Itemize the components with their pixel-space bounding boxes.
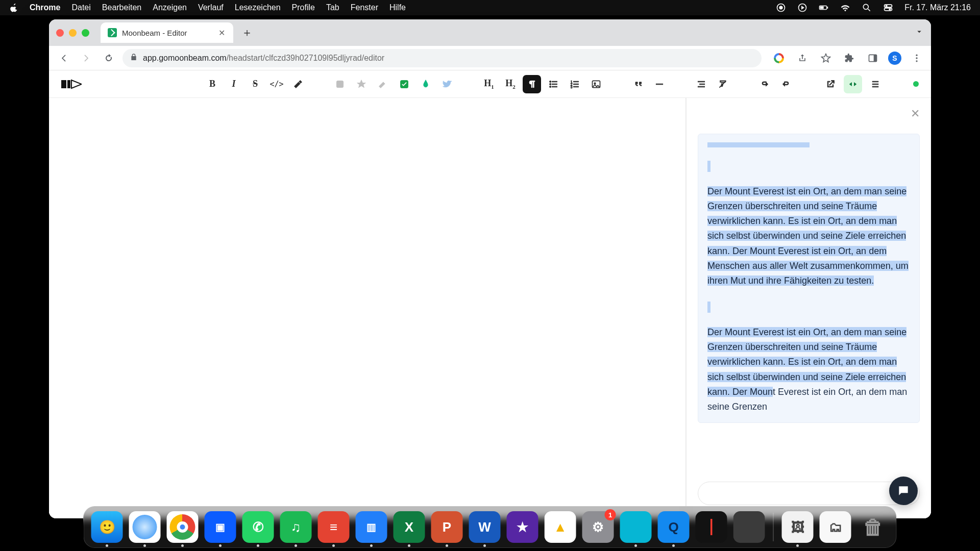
- apple-logo-icon[interactable]: [9, 3, 18, 12]
- open-external-button[interactable]: [821, 75, 840, 93]
- ai-action-3-button[interactable]: [374, 75, 392, 93]
- bookmark-star-icon[interactable]: [818, 50, 834, 66]
- back-button[interactable]: [55, 49, 72, 67]
- chat-input[interactable]: [707, 489, 899, 498]
- control-center-icon[interactable]: [883, 3, 893, 13]
- browser-toolbar: app.gomoonbeam.com/headstart/clfczd39h02…: [49, 46, 931, 70]
- window-maximize-button[interactable]: [82, 29, 89, 37]
- ai-write-button[interactable]: [395, 75, 413, 93]
- selected-empty-line: [707, 161, 910, 171]
- document-canvas[interactable]: [49, 98, 686, 518]
- dock-stack[interactable]: 🗂: [820, 511, 851, 543]
- share-icon[interactable]: [794, 50, 811, 66]
- chrome-menu-button[interactable]: [909, 50, 925, 66]
- redo-button[interactable]: [777, 75, 795, 93]
- chat-composer[interactable]: [698, 482, 920, 505]
- new-tab-button[interactable]: ＋: [239, 25, 255, 40]
- dock-trello[interactable]: ▥: [356, 511, 387, 543]
- profile-avatar[interactable]: S: [888, 52, 901, 65]
- ai-side-panel: ✕ Der Mount Everest ist ein Ort, an dem …: [686, 98, 931, 518]
- menu-datei[interactable]: Datei: [71, 3, 90, 12]
- divider-button[interactable]: [650, 75, 669, 93]
- svg-rect-21: [552, 81, 557, 82]
- panel-close-button[interactable]: ✕: [911, 107, 920, 120]
- window-minimize-button[interactable]: [69, 29, 77, 37]
- dock-chrome[interactable]: [167, 511, 199, 543]
- svg-point-22: [550, 83, 551, 85]
- battery-icon[interactable]: [819, 3, 829, 13]
- dock-excel[interactable]: X: [394, 511, 425, 543]
- align-button[interactable]: [692, 75, 710, 93]
- highlight-button[interactable]: [289, 75, 307, 93]
- h1-button[interactable]: H1: [480, 75, 498, 93]
- reload-button[interactable]: [100, 49, 117, 67]
- menu-lesezeichen[interactable]: Lesezeichen: [235, 3, 281, 12]
- dock-zoom[interactable]: ▣: [205, 511, 236, 543]
- dock-todoist[interactable]: ≡: [318, 511, 350, 543]
- menu-bearbeiten[interactable]: Bearbeiten: [102, 3, 141, 12]
- image-button[interactable]: [587, 75, 605, 93]
- panel-scroll-area[interactable]: Der Mount Everest ist ein Ort, an dem ma…: [687, 98, 931, 477]
- quote-button[interactable]: [629, 75, 647, 93]
- window-close-button[interactable]: [56, 29, 64, 37]
- playback-icon[interactable]: [797, 3, 807, 13]
- menu-profile[interactable]: Profile: [292, 3, 315, 12]
- outline-button[interactable]: [866, 75, 885, 93]
- dock-google-drive[interactable]: ▲: [545, 511, 576, 543]
- dock-finder[interactable]: 🙂: [91, 511, 123, 543]
- menu-fenster[interactable]: Fenster: [351, 3, 378, 12]
- menu-anzeigen[interactable]: Anzeigen: [153, 3, 187, 12]
- tabs-dropdown-button[interactable]: [915, 27, 924, 38]
- dock-system-settings[interactable]: ⚙1: [582, 511, 614, 543]
- dock-whatsapp[interactable]: ✆: [242, 511, 274, 543]
- search-icon[interactable]: [862, 3, 872, 13]
- bullet-list-button[interactable]: [544, 75, 562, 93]
- app-logo-icon[interactable]: [61, 77, 82, 91]
- tab-strip: Moonbeam - Editor ✕ ＋: [49, 19, 931, 46]
- strikethrough-button[interactable]: S: [246, 75, 264, 93]
- screenrecord-icon[interactable]: [776, 3, 786, 13]
- ai-output-card[interactable]: Der Mount Everest ist ein Ort, an dem ma…: [698, 134, 920, 423]
- tab-favicon-icon: [108, 28, 117, 37]
- embed-button[interactable]: [844, 75, 862, 93]
- dock-app-teal[interactable]: [620, 511, 652, 543]
- dock-spotify[interactable]: ♫: [280, 511, 312, 543]
- active-app-name[interactable]: Chrome: [30, 3, 60, 12]
- dock-app-blank[interactable]: [733, 511, 765, 543]
- google-logo-icon[interactable]: [771, 50, 787, 66]
- ai-tweet-button[interactable]: [438, 75, 456, 93]
- bold-button[interactable]: B: [203, 75, 222, 93]
- dock-safari[interactable]: [129, 511, 161, 543]
- menu-hilfe[interactable]: Hilfe: [389, 3, 406, 12]
- forward-button[interactable]: [78, 49, 95, 67]
- sidepanel-toggle-icon[interactable]: [865, 50, 881, 66]
- italic-button[interactable]: I: [225, 75, 243, 93]
- numbered-list-button[interactable]: 123: [566, 75, 584, 93]
- intercom-chat-button[interactable]: [889, 477, 918, 505]
- menubar-clock[interactable]: Fr. 17. März 21:16: [904, 3, 971, 12]
- macos-menubar: Chrome Datei Bearbeiten Anzeigen Verlauf…: [0, 0, 980, 15]
- extensions-icon[interactable]: [841, 50, 857, 66]
- dock-voice-memos[interactable]: ⎮: [696, 511, 727, 543]
- address-bar[interactable]: app.gomoonbeam.com/headstart/clfczd39h02…: [122, 49, 762, 67]
- ai-expand-button[interactable]: [416, 75, 435, 93]
- undo-button[interactable]: [755, 75, 774, 93]
- dock-trash[interactable]: 🗑: [857, 511, 889, 543]
- tab-close-button[interactable]: ✕: [217, 28, 226, 38]
- dock-imovie[interactable]: ★: [507, 511, 538, 543]
- dock-quicktime[interactable]: Q: [658, 511, 690, 543]
- menu-verlauf[interactable]: Verlauf: [198, 3, 224, 12]
- svg-rect-36: [700, 84, 705, 85]
- browser-tab[interactable]: Moonbeam - Editor ✕: [101, 22, 233, 43]
- code-button[interactable]: </>: [267, 75, 286, 93]
- clear-format-button[interactable]: [714, 75, 732, 93]
- dock-preview[interactable]: 🖼: [782, 511, 814, 543]
- ai-action-2-button[interactable]: [352, 75, 371, 93]
- dock-word[interactable]: W: [469, 511, 501, 543]
- wifi-icon[interactable]: [840, 3, 850, 13]
- menu-tab[interactable]: Tab: [326, 3, 339, 12]
- paragraph-button[interactable]: [523, 75, 541, 93]
- ai-action-1-button[interactable]: [331, 75, 349, 93]
- h2-button[interactable]: H2: [501, 75, 520, 93]
- dock-powerpoint[interactable]: P: [431, 511, 463, 543]
